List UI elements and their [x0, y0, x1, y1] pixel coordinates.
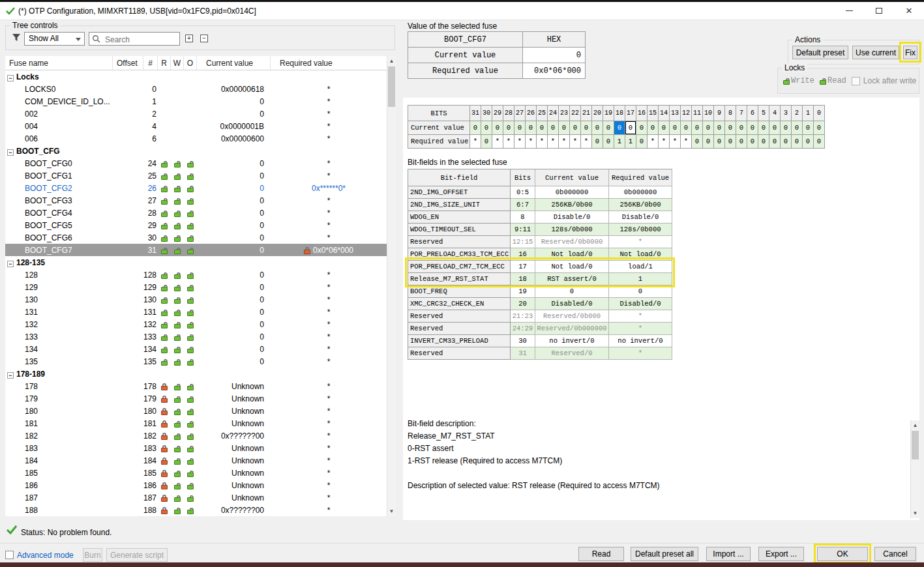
unlocked-padlock-icon[interactable] [174, 297, 181, 304]
current-bit-cell[interactable]: 0 [703, 121, 714, 135]
bitfield-row[interactable]: Reserved24:29Reserved/0b000000* [408, 323, 672, 335]
required-value-cell[interactable]: * [271, 320, 387, 329]
unlocked-padlock-icon[interactable] [187, 420, 194, 428]
required-value-cell[interactable]: * [271, 493, 387, 502]
tree-row[interactable]: 00660x00000600* [5, 132, 387, 145]
required-bit-cell[interactable]: 0 [814, 135, 825, 149]
current-bit-cell[interactable]: 0 [559, 121, 570, 135]
unlocked-padlock-icon[interactable] [174, 495, 181, 502]
unlocked-padlock-icon[interactable] [174, 160, 181, 167]
bitfield-row[interactable]: POR_PRELOAD_CM33_TCM_ECC16Not load/0Not … [408, 248, 672, 261]
bitfield-required-value[interactable]: load/1 [609, 261, 672, 273]
tree-row[interactable]: BOOT_CFG6300* [5, 231, 387, 244]
required-value-cell[interactable]: * [271, 394, 387, 403]
unlocked-padlock-icon[interactable] [174, 346, 181, 353]
locked-padlock-icon[interactable] [161, 470, 168, 477]
current-bit-cell[interactable]: 0 [526, 121, 537, 135]
required-value-cell[interactable]: * [271, 431, 387, 441]
locked-padlock-icon[interactable] [161, 507, 168, 514]
default-preset-button[interactable]: Default preset [792, 46, 848, 59]
cancel-button[interactable]: Cancel [874, 547, 916, 561]
default-preset-all-button[interactable]: Default preset all [631, 547, 698, 561]
unlocked-padlock-icon[interactable] [187, 235, 194, 242]
required-bit-cell[interactable]: * [492, 135, 503, 149]
required-bit-cell[interactable]: * [581, 135, 592, 149]
required-bit-cell[interactable]: 0 [747, 135, 758, 149]
required-bit-cell[interactable]: 0 [758, 135, 769, 149]
advanced-mode-label[interactable]: Advanced mode [17, 551, 74, 560]
unlocked-padlock-icon[interactable] [187, 445, 194, 452]
unlocked-padlock-icon[interactable] [161, 297, 168, 304]
column-header-offset[interactable]: Offset [113, 56, 143, 70]
tree-row[interactable]: 187187Unknown* [5, 491, 387, 504]
unlocked-padlock-icon[interactable] [187, 272, 194, 279]
required-bit-cell[interactable]: 0 [769, 135, 781, 149]
unlocked-padlock-icon[interactable] [187, 247, 194, 254]
locked-padlock-icon[interactable] [161, 420, 168, 428]
bitfield-row[interactable]: Reserved21:23Reserved/0b000* [408, 310, 672, 323]
bitfield-row[interactable]: 2ND_IMG_OFFSET0:50b0000000b000000 [408, 186, 672, 199]
unlocked-padlock-icon[interactable] [174, 321, 181, 328]
tree-group-row[interactable]: −128-135 [5, 256, 387, 269]
current-bit-cell[interactable]: 0 [481, 121, 492, 135]
unlocked-padlock-icon[interactable] [174, 482, 181, 489]
unlocked-padlock-icon[interactable] [174, 445, 181, 452]
required-value-cell[interactable]: * [271, 419, 387, 428]
column-header-write[interactable]: W [171, 56, 184, 70]
unlocked-padlock-icon[interactable] [187, 197, 194, 205]
bitfield-required-value[interactable]: * [609, 236, 672, 248]
bitfield-required-value[interactable]: no invert/0 [609, 335, 672, 347]
tree-row[interactable]: 1291290* [5, 281, 387, 293]
required-bit-cell[interactable]: 0 [703, 135, 714, 149]
current-bit-cell[interactable]: 0 [537, 121, 548, 135]
expand-all-button[interactable]: + [184, 33, 194, 44]
collapse-expander-icon[interactable]: − [7, 261, 14, 267]
required-value-cell[interactable]: * [271, 283, 387, 292]
unlocked-padlock-icon[interactable] [187, 346, 194, 353]
unlocked-padlock-icon[interactable] [174, 408, 181, 415]
tree-group-row[interactable]: −BOOT_CFG [5, 145, 387, 157]
unlocked-padlock-icon[interactable] [174, 272, 181, 279]
import-button[interactable]: Import ... [706, 547, 751, 561]
collapse-expander-icon[interactable]: − [7, 75, 14, 81]
unlocked-padlock-icon[interactable] [174, 247, 181, 254]
bitfield-row[interactable]: XMC_CRC32_CHECK_EN20Disabled/0Disabled/0 [408, 298, 672, 310]
bitfield-required-value[interactable]: 1 [609, 273, 672, 285]
required-value-cell[interactable]: * [271, 196, 387, 205]
locked-padlock-icon[interactable] [161, 396, 168, 403]
required-value-cell[interactable]: 0x0*06*000 [271, 246, 387, 255]
unlocked-padlock-icon[interactable] [187, 470, 194, 477]
tree-row[interactable]: 178178Unknown* [5, 380, 387, 392]
unlocked-padlock-icon[interactable] [187, 297, 194, 304]
bitfield-required-value[interactable]: * [609, 347, 672, 360]
column-header-number[interactable]: # [143, 56, 158, 70]
unlocked-padlock-icon[interactable] [161, 334, 168, 341]
current-bit-cell[interactable]: 0 [670, 121, 681, 135]
required-bit-cell[interactable]: 0 [725, 135, 736, 149]
required-value-cell[interactable]: * [271, 506, 387, 515]
unlocked-padlock-icon[interactable] [174, 470, 181, 477]
required-bit-cell[interactable]: * [670, 135, 681, 149]
required-value-cell[interactable]: * [271, 159, 387, 168]
tree-row[interactable]: 181181Unknown* [5, 417, 387, 429]
unlocked-padlock-icon[interactable] [187, 408, 194, 415]
unlocked-padlock-icon[interactable] [187, 222, 194, 229]
tree-row[interactable]: 00220* [5, 108, 387, 120]
unlocked-padlock-icon[interactable] [187, 396, 194, 403]
tree-row[interactable]: 1341340* [5, 343, 387, 355]
required-bit-cell[interactable]: * [681, 135, 692, 149]
unlocked-padlock-icon[interactable] [174, 210, 181, 217]
required-value-cell[interactable]: * [271, 481, 387, 490]
scroll-up-icon[interactable]: ▲ [911, 420, 919, 430]
locked-padlock-icon[interactable] [161, 445, 168, 452]
tree-row[interactable]: 183183Unknown* [5, 442, 387, 454]
required-bit-cell[interactable]: 0 [781, 135, 792, 149]
collapse-all-button[interactable]: − [199, 33, 209, 44]
unlocked-padlock-icon[interactable] [161, 346, 168, 353]
tree-row[interactable]: 1281280* [5, 269, 387, 281]
unlocked-padlock-icon[interactable] [161, 358, 168, 366]
locked-padlock-icon[interactable] [161, 433, 168, 440]
description-scrollbar[interactable]: ▲ ▼ [910, 420, 919, 518]
unlocked-padlock-icon[interactable] [174, 309, 181, 316]
current-bit-cell[interactable]: 0 [592, 121, 603, 135]
